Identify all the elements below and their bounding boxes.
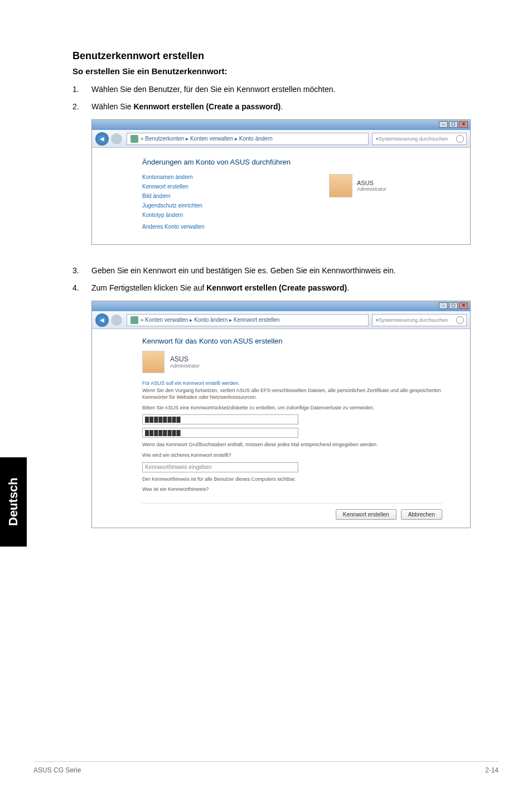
step-1: 1. Wählen Sie den Benutzer, für den Sie … — [72, 84, 460, 95]
step-text: Geben Sie ein Kennwort ein und bestätige… — [91, 265, 460, 277]
step-2: 2. Wählen Sie Kennwort erstellen (Create… — [72, 101, 460, 113]
forward-button[interactable] — [111, 315, 122, 326]
password-confirm-input[interactable] — [142, 428, 298, 438]
breadcrumb-icon — [130, 135, 138, 143]
breadcrumb-icon — [130, 316, 138, 324]
warning-text: Wenn Sie den Vorgang fortsetzen, verlier… — [142, 387, 442, 401]
avatar — [142, 351, 165, 373]
breadcrumb-text: « Konten verwalten ▸ Konto ändern ▸ Kenn… — [141, 317, 280, 323]
user-name: ASUS — [170, 355, 200, 363]
maximize-button[interactable]: ▢ — [449, 121, 458, 128]
maximize-button[interactable]: ▢ — [449, 302, 458, 309]
footer-left: ASUS CG Serie — [33, 766, 81, 774]
search-input[interactable]: ▾ Systemsteuerung durchsuchen — [372, 314, 467, 326]
breadcrumb[interactable]: « Konten verwalten ▸ Konto ändern ▸ Kenn… — [127, 314, 369, 326]
screenshot-change-account: – ▢ ✕ ◄ « Benutzerkonten ▸ Konten verwal… — [91, 119, 471, 245]
search-input[interactable]: ▾ Systemsteuerung durchsuchen — [372, 133, 467, 145]
close-button[interactable]: ✕ — [459, 121, 468, 128]
minimize-button[interactable]: – — [439, 121, 448, 128]
step-suffix: . — [347, 283, 349, 292]
step-bold: Kennwort erstellen (Create password) — [206, 283, 347, 292]
step-number: 4. — [72, 282, 91, 294]
option-parental-controls[interactable]: Jugendschutz einrichten — [142, 202, 442, 209]
option-change-name[interactable]: Kontonamen ändern — [142, 174, 442, 180]
nav-bar: ◄ « Konten verwalten ▸ Konto ändern ▸ Ke… — [92, 311, 470, 329]
step-prefix: Wählen Sie — [91, 102, 133, 111]
content-heading: Kennwort für das Konto von ASUS erstelle… — [142, 337, 442, 345]
caps-info: Wenn das Kennwort Großbuchstaben enthält… — [142, 441, 442, 448]
step-number: 2. — [72, 101, 91, 113]
user-role: Administrator — [170, 363, 200, 369]
step-number: 1. — [72, 84, 91, 95]
user-tile: ASUS Administrator — [329, 174, 386, 197]
warning-text-2: Bitten Sie ASUS eine Kennwortrücksetzdis… — [142, 404, 442, 412]
link-what-is-hint[interactable]: Was ist ein Kennworthinweis? — [142, 486, 442, 493]
page-footer: ASUS CG Serie 2-14 — [33, 761, 499, 774]
step-text: Wählen Sie den Benutzer, für den Sie ein… — [91, 84, 460, 95]
option-manage-other[interactable]: Anderes Konto verwalten — [142, 224, 442, 230]
link-secure-password[interactable]: Wie wird ein sicheres Kennwort erstellt? — [142, 452, 442, 459]
nav-bar: ◄ « Benutzerkonten ▸ Konten verwalten ▸ … — [92, 130, 470, 148]
step-bold: Kennwort erstellen (Create a password) — [133, 102, 280, 111]
option-change-account-type[interactable]: Kontotyp ändern — [142, 212, 442, 218]
option-change-picture[interactable]: Bild ändern — [142, 193, 442, 199]
window-titlebar: – ▢ ✕ — [92, 120, 470, 130]
step-suffix: . — [280, 102, 283, 111]
hint-visibility-info: Der Kennworthinweis ist für alle Benutze… — [142, 476, 442, 483]
screenshot-create-password: – ▢ ✕ ◄ « Konten verwalten ▸ Konto änder… — [91, 301, 471, 528]
user-role: Administrator — [357, 186, 386, 192]
step-text: Zum Fertigstellen klicken Sie auf Kennwo… — [91, 282, 460, 294]
user-name: ASUS — [357, 180, 386, 186]
password-hint-input[interactable] — [142, 462, 298, 472]
footer-right: 2-14 — [485, 766, 499, 774]
option-create-password[interactable]: Kennwort erstellen — [142, 183, 442, 190]
breadcrumb[interactable]: « Benutzerkonten ▸ Konten verwalten ▸ Ko… — [127, 133, 369, 145]
language-tab: Deutsch — [0, 457, 27, 547]
avatar — [329, 174, 352, 197]
create-password-button[interactable]: Kennwort erstellen — [336, 509, 396, 520]
back-button[interactable]: ◄ — [95, 132, 109, 146]
forward-button[interactable] — [111, 133, 122, 144]
step-number: 3. — [72, 265, 91, 277]
section-heading: Benutzerkennwort erstellen — [72, 50, 460, 62]
breadcrumb-text: « Benutzerkonten ▸ Konten verwalten ▸ Ko… — [141, 136, 273, 142]
password-input[interactable] — [142, 414, 298, 424]
step-4: 4. Zum Fertigstellen klicken Sie auf Ken… — [72, 282, 460, 294]
search-placeholder: Systemsteuerung durchsuchen — [379, 317, 448, 323]
back-button[interactable]: ◄ — [95, 313, 109, 327]
step-3: 3. Geben Sie ein Kennwort ein und bestät… — [72, 265, 460, 277]
content-heading: Änderungen am Konto von ASUS durchführen — [142, 158, 442, 166]
user-row: ASUS Administrator — [142, 351, 442, 373]
minimize-button[interactable]: – — [439, 302, 448, 309]
warning-header: Für ASUS soll ein Kennwort erstellt werd… — [142, 380, 442, 387]
cancel-button[interactable]: Abbrechen — [401, 509, 442, 520]
step-text: Wählen Sie Kennwort erstellen (Create a … — [91, 101, 460, 113]
step-prefix: Zum Fertigstellen klicken Sie auf — [91, 283, 206, 292]
window-titlebar: – ▢ ✕ — [92, 301, 470, 311]
section-subheading: So erstellen Sie ein Benutzerkennwort: — [72, 66, 460, 76]
search-placeholder: Systemsteuerung durchsuchen — [379, 136, 448, 142]
close-button[interactable]: ✕ — [459, 302, 468, 309]
